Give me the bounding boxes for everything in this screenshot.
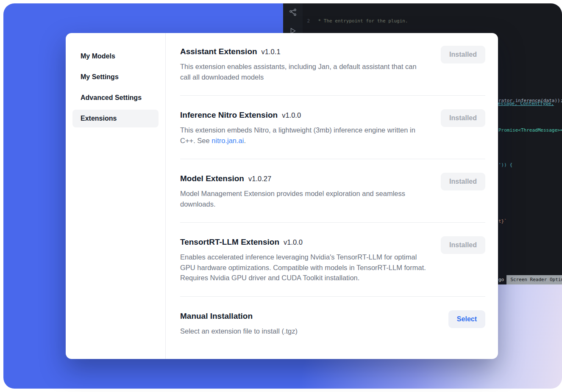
settings-modal: My Models My Settings Advanced Settings … bbox=[66, 33, 498, 359]
line-number: 2 bbox=[283, 18, 315, 25]
sidebar-item-my-settings[interactable]: My Settings bbox=[72, 68, 159, 86]
installed-button[interactable]: Installed bbox=[441, 46, 485, 63]
code-line: 2 * The entrypoint for the plugin. bbox=[283, 18, 562, 25]
sidebar-item-label: Extensions bbox=[81, 115, 117, 122]
extension-description: This extension enables assistants, inclu… bbox=[180, 61, 428, 82]
extension-text: Inference Nitro Extension v1.0.0 This ex… bbox=[180, 109, 428, 146]
screen-reader-banner[interactable]: Screen Reader Optimized bbox=[506, 275, 562, 284]
code-fragment: ')) { bbox=[498, 162, 512, 168]
extension-name: Inference Nitro Extension bbox=[180, 109, 278, 121]
sidebar-item-label: Advanced Settings bbox=[81, 94, 142, 102]
extension-name: Model Extension bbox=[180, 173, 244, 185]
extensions-panel: Assistant Extension v1.0.1 This extensio… bbox=[166, 33, 498, 359]
extension-text: Assistant Extension v1.0.1 This extensio… bbox=[180, 46, 428, 82]
editor-status-bar: go Screen Reader Optimized bbox=[498, 276, 562, 284]
extension-description: Enables accelerated inference leveraging… bbox=[180, 252, 428, 283]
nitro-jan-ai-link[interactable]: nitro.jan.ai bbox=[211, 137, 244, 144]
extension-version: v1.0.0 bbox=[284, 236, 303, 248]
sidebar-item-extensions[interactable]: Extensions bbox=[72, 110, 159, 127]
extension-item: Model Extension v1.0.27 Model Management… bbox=[180, 159, 485, 223]
extension-item: Assistant Extension v1.0.1 This extensio… bbox=[180, 46, 485, 96]
installed-button[interactable]: Installed bbox=[441, 109, 485, 127]
code-text: * The entrypoint for the plugin. bbox=[315, 18, 408, 25]
extension-title-row: Model Extension v1.0.27 bbox=[180, 173, 428, 185]
extension-version: v1.0.27 bbox=[248, 173, 271, 185]
code-fragment: t}` bbox=[498, 218, 507, 225]
installed-button[interactable]: Installed bbox=[441, 173, 485, 190]
sidebar-item-advanced-settings[interactable]: Advanced Settings bbox=[72, 89, 159, 107]
status-text: go bbox=[498, 276, 504, 283]
extension-title-row: Inference Nitro Extension v1.0.0 bbox=[180, 109, 428, 121]
extension-version: v1.0.1 bbox=[262, 46, 281, 58]
extension-title-row: TensortRT-LLM Extension v1.0.0 bbox=[180, 236, 428, 248]
extension-text: TensortRT-LLM Extension v1.0.0 Enables a… bbox=[180, 236, 428, 283]
extension-version: v1.0.0 bbox=[282, 109, 301, 121]
extension-name: Assistant Extension bbox=[180, 46, 257, 58]
extension-name: TensortRT-LLM Extension bbox=[180, 236, 279, 248]
extension-title-row: Assistant Extension v1.0.1 bbox=[180, 46, 428, 58]
code-fragment: rator.inference(data)); bbox=[498, 97, 562, 104]
manual-installation-description: Select an extension file to install (.tg… bbox=[180, 326, 428, 337]
sidebar-item-my-models[interactable]: My Models bbox=[72, 47, 159, 65]
extension-description: Model Management Extension provides mode… bbox=[180, 188, 428, 209]
page-root: 2 * The entrypoint for the plugin. 3 */ … bbox=[0, 0, 562, 392]
extension-description: This extension embeds Nitro, a lightweig… bbox=[180, 125, 428, 146]
settings-sidebar: My Models My Settings Advanced Settings … bbox=[66, 33, 166, 359]
select-file-button[interactable]: Select bbox=[448, 310, 485, 328]
manual-installation-title: Manual Installation bbox=[180, 310, 253, 322]
code-fragment: Promise<ThreadMessage>= bbox=[498, 127, 562, 134]
sidebar-item-label: My Settings bbox=[81, 73, 119, 81]
extension-title-row: Manual Installation bbox=[180, 310, 428, 322]
sidebar-item-label: My Models bbox=[81, 52, 115, 60]
extension-item: TensortRT-LLM Extension v1.0.0 Enables a… bbox=[180, 223, 485, 297]
extension-text: Manual Installation Select an extension … bbox=[180, 310, 428, 337]
extension-item: Inference Nitro Extension v1.0.0 This ex… bbox=[180, 96, 485, 159]
extension-text: Model Extension v1.0.27 Model Management… bbox=[180, 173, 428, 209]
manual-installation-item: Manual Installation Select an extension … bbox=[180, 297, 485, 350]
description-text: . bbox=[244, 137, 246, 144]
installed-button[interactable]: Installed bbox=[441, 236, 485, 254]
